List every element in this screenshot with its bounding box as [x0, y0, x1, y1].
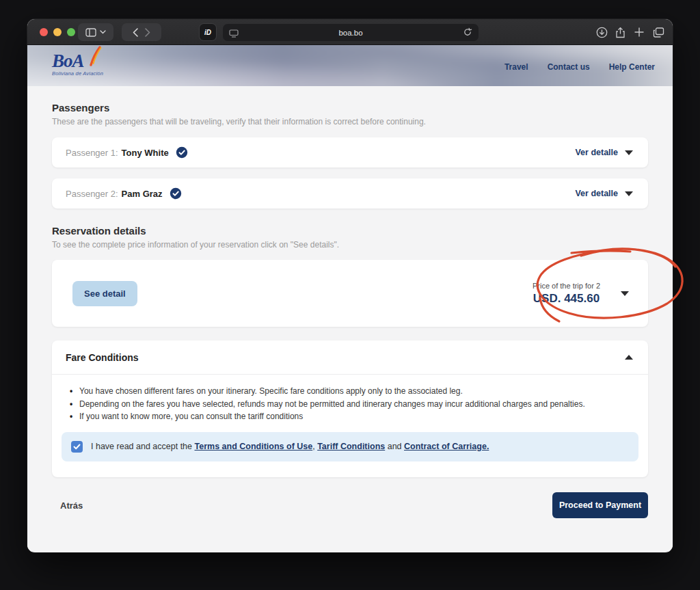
nav-help-center[interactable]: Help Center [609, 62, 655, 72]
nav-contact-us[interactable]: Contact us [548, 62, 590, 72]
ver-detalle-toggle[interactable]: Ver detalle [575, 189, 633, 198]
sidebar-toggle-button[interactable] [78, 23, 113, 41]
fare-bullet: • If you want to know more, you can cons… [70, 410, 630, 423]
passenger-label: Passenger 1: [66, 148, 118, 158]
back-link[interactable]: Atrás [52, 500, 83, 511]
accept-terms-checkbox[interactable] [71, 441, 83, 453]
webpage: BoA Boliviana de Aviación Travel Contact… [27, 45, 673, 552]
downloads-icon[interactable] [592, 23, 611, 42]
address-bar[interactable]: boa.bo [223, 24, 479, 41]
reservation-title: Reservation details [52, 225, 648, 237]
verified-icon [170, 187, 182, 200]
ver-detalle-label: Ver detalle [575, 189, 618, 198]
fare-conditions-list: • You have chosen different fares on you… [52, 375, 648, 423]
site-nav: Travel Contact us Help Center [504, 62, 655, 72]
price-value: USD. 445.60 [533, 292, 600, 306]
ver-detalle-toggle[interactable]: Ver detalle [575, 148, 633, 157]
bullet-icon: • [70, 385, 79, 398]
toolbar-right-icons [592, 23, 669, 42]
tab-overview-icon[interactable] [648, 23, 669, 42]
reservation-subtitle: To see the complete price information of… [52, 240, 648, 250]
forward-button[interactable] [145, 28, 150, 37]
verified-icon [176, 146, 188, 159]
price-summary-toggle[interactable]: Price of the trip for 2 USD. 445.60 [533, 282, 634, 306]
close-window-button[interactable] [40, 28, 48, 36]
contract-of-carriage-link[interactable]: Contract of Carriage. [404, 442, 489, 451]
minimize-window-button[interactable] [53, 28, 62, 36]
boa-logo-subtext: Boliviana de Aviación [52, 70, 103, 77]
browser-toolbar: iD boa.bo [27, 19, 673, 45]
see-detail-button[interactable]: See detail [72, 281, 137, 306]
chevron-up-icon [625, 355, 633, 360]
passenger-label: Passenger 2: [66, 189, 118, 199]
chevron-down-icon [625, 150, 633, 155]
chevron-down-icon [625, 191, 633, 196]
passenger-name: Pam Graz [122, 189, 163, 199]
passenger-row-2: Passenger 2: Pam Graz Ver detalle [52, 178, 648, 209]
reservation-card: See detail Price of the trip for 2 USD. … [52, 260, 648, 327]
new-tab-icon[interactable] [630, 23, 648, 42]
accept-terms-strip: I have read and accept the Terms and Con… [62, 432, 638, 461]
back-button[interactable] [133, 28, 138, 37]
accept-terms-text: I have read and accept the Terms and Con… [91, 442, 489, 451]
fare-bullet-text: You have chosen different fares on your … [79, 385, 463, 398]
page-settings-icon[interactable] [229, 28, 239, 40]
chevron-down-icon [100, 30, 106, 34]
nav-travel[interactable]: Travel [504, 62, 528, 72]
fare-bullet-text: Depending on the fares you have selected… [79, 398, 585, 411]
footer-actions: Atrás Proceed to Payment [52, 492, 648, 518]
flame-icon [88, 46, 103, 66]
zoom-window-button[interactable] [67, 28, 75, 36]
traffic-lights [40, 28, 75, 36]
chevron-down-icon [621, 291, 629, 296]
boa-logo[interactable]: BoA Boliviana de Aviación [52, 51, 103, 77]
fare-bullet: • Depending on the fares you have select… [70, 398, 630, 411]
passenger-row-1: Passenger 1: Tony White Ver detalle [52, 137, 648, 167]
fare-conditions-card: Fare Conditions • You have chosen differ… [52, 340, 648, 477]
passengers-title: Passengers [52, 102, 648, 113]
fare-conditions-title: Fare Conditions [66, 352, 139, 363]
fare-conditions-header[interactable]: Fare Conditions [52, 340, 648, 375]
proceed-to-payment-button[interactable]: Proceed to Payment [552, 492, 648, 518]
passenger-name: Tony White [122, 148, 169, 158]
fare-bullet-text: If you want to know more, you can consul… [79, 410, 303, 423]
accept-prefix: I have read and accept the [91, 442, 195, 451]
reload-icon[interactable] [463, 27, 472, 40]
terms-of-use-link[interactable]: Terms and Conditions of Use [195, 442, 313, 451]
browser-window: iD boa.bo [27, 19, 673, 552]
url-text[interactable]: boa.bo [223, 29, 479, 37]
bullet-icon: • [70, 398, 79, 411]
extension-id-icon[interactable]: iD [200, 24, 216, 40]
price-label: Price of the trip for 2 [533, 282, 600, 290]
check-icon [73, 444, 81, 450]
sidebar-icon [85, 28, 96, 37]
history-nav-group [122, 23, 161, 41]
ver-detalle-label: Ver detalle [575, 148, 618, 157]
site-header: BoA Boliviana de Aviación Travel Contact… [27, 45, 673, 86]
tariff-conditions-link[interactable]: Tariff Conditions [317, 442, 385, 451]
bullet-icon: • [70, 410, 79, 423]
accept-sep: and [385, 442, 404, 451]
share-icon[interactable] [611, 23, 630, 42]
fare-bullet: • You have chosen different fares on you… [70, 385, 630, 398]
passengers-subtitle: These are the passengers that will be tr… [52, 117, 648, 126]
